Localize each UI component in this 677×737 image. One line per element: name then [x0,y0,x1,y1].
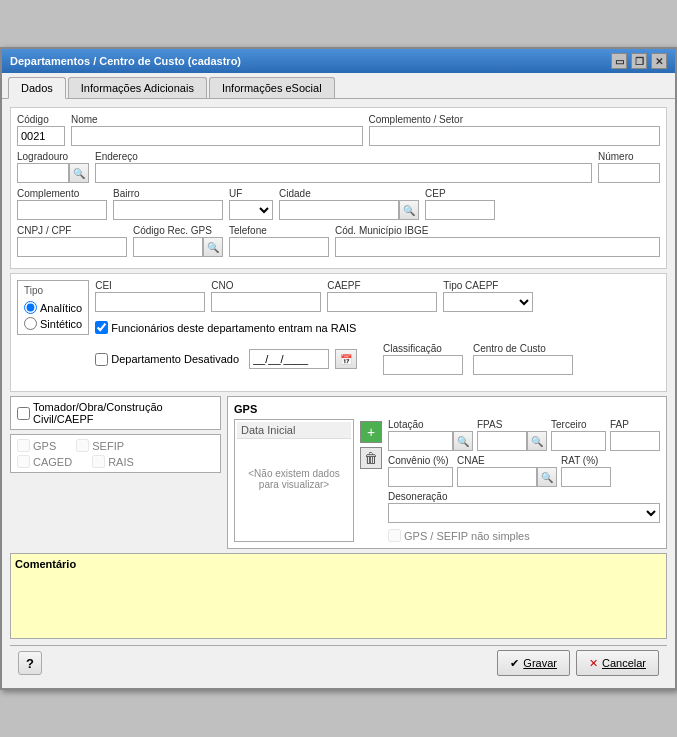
fpas-field-group: FPAS 🔍 [477,419,547,451]
fpas-search-button[interactable]: 🔍 [527,431,547,451]
help-button[interactable]: ? [18,651,42,675]
check-sefip-input[interactable] [76,439,89,452]
check-gps-sefip-nao-simples-label: GPS / SEFIP não simples [404,530,530,542]
cidade-input[interactable] [279,200,399,220]
check-rais-input[interactable] [92,455,105,468]
tab-informacoes-adicionais[interactable]: Informações Adicionais [68,77,207,98]
convenio-field-group: Convênio (%) [388,455,453,487]
fap-label: FAP [610,419,660,430]
logradouro-search-button[interactable]: 🔍 [69,163,89,183]
caepf-input[interactable] [327,292,437,312]
check-funcionarios-rais-item[interactable]: Funcionários deste departamento entram n… [95,321,356,334]
comment-textarea[interactable] [15,572,662,632]
check-depto-desativado-item[interactable]: Departamento Desativado [95,353,239,366]
tomador-checkbox-item[interactable]: Tomador/Obra/Construção Civil/CAEPF [17,401,214,425]
nome-label: Nome [71,114,363,125]
terceiro-label: Terceiro [551,419,606,430]
check-rais-label: RAIS [108,456,134,468]
content-area: Código Nome Complemento / Setor Logradou… [2,99,675,688]
cod-rec-gps-field-group: Código Rec. GPS 🔍 [133,225,223,257]
logradouro-label: Logradouro [17,151,89,162]
check-caged-input[interactable] [17,455,30,468]
cep-input[interactable] [425,200,495,220]
rat-label: RAT (%) [561,455,611,466]
fap-input[interactable] [610,431,660,451]
lotacao-search-button[interactable]: 🔍 [453,431,473,451]
close-button[interactable]: ✕ [651,53,667,69]
complemento-setor-input[interactable] [369,126,661,146]
depto-desativado-calendar-button[interactable]: 📅 [335,349,357,369]
radio-analitico-input[interactable] [24,301,37,314]
complemento-input[interactable] [17,200,107,220]
cod-municipio-field-group: Cód. Município IBGE [335,225,660,257]
cnae-search-button[interactable]: 🔍 [537,467,557,487]
cancel-button[interactable]: ✕ Cancelar [576,650,659,676]
check-gps-item[interactable]: GPS [17,439,56,452]
classificacao-label: Classificação [383,343,463,354]
fpas-input[interactable] [477,431,527,451]
classificacao-input[interactable] [383,355,463,375]
restore-button[interactable]: ❐ [631,53,647,69]
radio-analitico-item[interactable]: Analítico [24,301,82,314]
cod-municipio-input[interactable] [335,237,660,257]
caepf-field-group: CAEPF [327,280,437,312]
tipo-label: Tipo [24,285,82,296]
cno-input[interactable] [211,292,321,312]
rat-field-group: RAT (%) [561,455,611,487]
cnae-input[interactable] [457,467,537,487]
desoneração-select[interactable] [388,503,660,523]
check-gps-sefip-nao-simples-input[interactable] [388,529,401,542]
cei-input[interactable] [95,292,205,312]
cod-municipio-label: Cód. Município IBGE [335,225,660,236]
check-sefip-item[interactable]: SEFIP [76,439,124,452]
check-caged-item[interactable]: CAGED [17,455,72,468]
cidade-search-button[interactable]: 🔍 [399,200,419,220]
numero-label: Número [598,151,660,162]
logradouro-field-group: Logradouro 🔍 [17,151,89,183]
radio-analitico-label: Analítico [40,302,82,314]
fap-field-group: FAP [610,419,660,451]
check-depto-desativado-input[interactable] [95,353,108,366]
telefone-input[interactable] [229,237,329,257]
logradouro-input[interactable] [17,163,69,183]
radio-sintetico-input[interactable] [24,317,37,330]
save-button[interactable]: ✔ Gravar [497,650,570,676]
check-gps-input[interactable] [17,439,30,452]
title-bar-controls: ▭ ❐ ✕ [611,53,667,69]
endereco-input[interactable] [95,163,592,183]
uf-select[interactable] [229,200,273,220]
check-gps-label: GPS [33,440,56,452]
cod-rec-gps-input[interactable] [133,237,203,257]
terceiro-input[interactable] [551,431,606,451]
codigo-input[interactable] [17,126,65,146]
lotacao-field-group: Lotação 🔍 [388,419,473,451]
tomador-checkbox-input[interactable] [17,407,30,420]
rat-input[interactable] [561,467,611,487]
nome-input[interactable] [71,126,363,146]
convenio-input[interactable] [388,467,453,487]
centro-custo-label: Centro de Custo [473,343,573,354]
check-rais-item[interactable]: RAIS [92,455,134,468]
complemento-field-group: Complemento [17,188,107,220]
tab-informacoes-esocial[interactable]: Informações eSocial [209,77,335,98]
main-window: Departamentos / Centro de Custo (cadastr… [0,47,677,690]
cod-rec-gps-search-button[interactable]: 🔍 [203,237,223,257]
centro-custo-input[interactable] [473,355,573,375]
lotacao-input[interactable] [388,431,453,451]
check-funcionarios-rais-input[interactable] [95,321,108,334]
check-sefip-label: SEFIP [92,440,124,452]
numero-input[interactable] [598,163,660,183]
radio-sintetico-item[interactable]: Sintético [24,317,82,330]
depto-desativado-date-input[interactable] [249,349,329,369]
minimize-button[interactable]: ▭ [611,53,627,69]
basic-info-section: Código Nome Complemento / Setor Logradou… [10,107,667,269]
gps-delete-button[interactable]: 🗑 [360,447,382,469]
bairro-input[interactable] [113,200,223,220]
gps-section: GPS Data Inicial <Não existem dados para… [227,396,667,549]
tab-dados[interactable]: Dados [8,77,66,99]
check-gps-sefip-nao-simples-item[interactable]: GPS / SEFIP não simples [388,529,530,542]
gps-add-button[interactable]: + [360,421,382,443]
tab-bar: Dados Informações Adicionais Informações… [2,73,675,99]
cnpj-cpf-input[interactable] [17,237,127,257]
tipo-caepf-select[interactable] [443,292,533,312]
